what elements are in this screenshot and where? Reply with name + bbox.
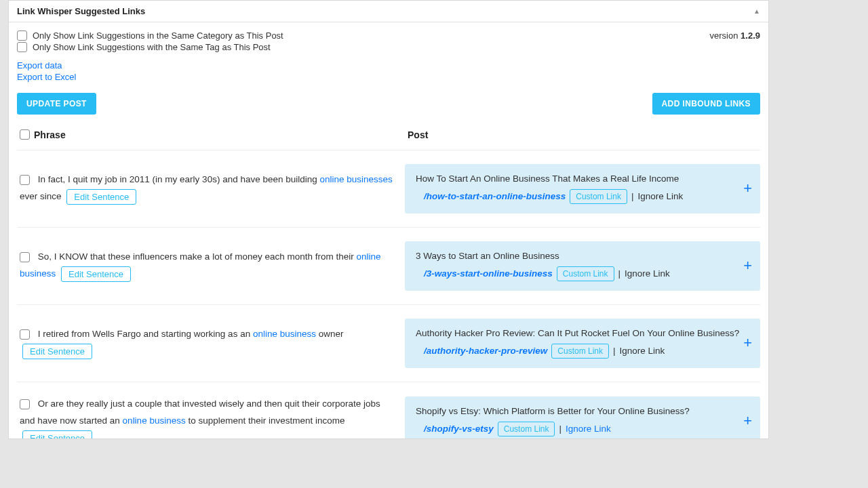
filter-same-tag[interactable]: Only Show Link Suggestions with the Same… [17,42,283,52]
post-slug[interactable]: /shopify-vs-etsy [424,424,494,434]
table-row: I retired from Wells Fargo and starting … [17,305,760,382]
update-post-button[interactable]: UPDATE POST [17,93,96,115]
phrase-text-pre: So, I KNOW that these influencers make a… [38,251,357,262]
collapse-icon[interactable]: ▲ [753,7,760,15]
ignore-link[interactable]: Ignore Link [620,346,665,356]
ignore-link[interactable]: Ignore Link [566,424,611,434]
checkbox-icon[interactable] [17,42,27,52]
slug-row: /shopify-vs-etsyCustom Link|Ignore Link [416,422,749,436]
expand-plus-icon[interactable]: + [743,258,752,273]
post-cell: +Authority Hacker Pro Review: Can It Put… [405,319,760,368]
table-row: So, I KNOW that these influencers make a… [17,228,760,305]
pipe-separator: | [631,191,634,201]
phrase-text-pre: In fact, I quit my job in 2011 (in my ea… [38,174,320,184]
pipe-separator: | [618,268,621,279]
post-cell: +Shopify vs Etsy: Which Platform is Bett… [405,396,760,439]
custom-link-button[interactable]: Custom Link [557,266,614,281]
pipe-separator: | [613,346,616,356]
post-slug[interactable]: /3-ways-start-online-business [424,268,553,279]
checkbox-icon[interactable] [17,30,27,41]
table-row: Or are they really just a couple that in… [17,382,760,439]
table-row: In fact, I quit my job in 2011 (in my ea… [17,150,760,228]
options-row: Only Show Link Suggestions in the Same C… [17,30,760,54]
row-checkbox[interactable] [20,399,30,409]
slug-row: /3-ways-start-online-businessCustom Link… [416,266,749,281]
phrase-text-pre: I retired from Wells Fargo and starting … [38,329,253,339]
col-phrase-header: Phrase [20,129,408,140]
row-checkbox[interactable] [20,329,30,340]
expand-plus-icon[interactable]: + [743,336,752,350]
phrase-highlight: online businesses [320,174,393,184]
panel-body: Only Show Link Suggestions in the Same C… [9,22,768,439]
edit-sentence-button[interactable]: Edit Sentence [22,430,92,439]
panel-header: Link Whisper Suggested Links ▲ [9,1,768,22]
filter-same-category[interactable]: Only Show Link Suggestions in the Same C… [17,30,283,41]
filters: Only Show Link Suggestions in the Same C… [17,30,283,54]
select-all-checkbox[interactable] [20,129,30,140]
filter-same-tag-label: Only Show Link Suggestions with the Same… [33,42,271,52]
edit-sentence-button[interactable]: Edit Sentence [66,189,136,205]
phrase-text-post: owner [316,329,344,339]
edit-sentence-button[interactable]: Edit Sentence [22,344,92,359]
expand-plus-icon[interactable]: + [743,413,752,428]
phrase-cell: Or are they really just a couple that in… [17,396,405,439]
table-body: In fact, I quit my job in 2011 (in my ea… [17,150,760,439]
add-inbound-links-button[interactable]: ADD INBOUND LINKS [652,93,760,115]
post-title: How To Start An Online Business That Mak… [416,174,749,184]
post-cell: +3 Ways to Start an Online Business/3-wa… [405,241,760,291]
phrase-text-post: ever since [20,191,62,201]
col-phrase-label: Phrase [34,129,66,140]
phrase-text-post: to supplement their investment income [186,415,345,426]
phrase-highlight: online business [253,329,316,339]
filter-same-category-label: Only Show Link Suggestions in the Same C… [33,30,283,41]
slug-row: /authority-hacker-pro-reviewCustom Link|… [416,344,749,359]
row-checkbox[interactable] [20,175,30,185]
export-excel-link[interactable]: Export to Excel [17,72,760,83]
ignore-link[interactable]: Ignore Link [637,191,683,201]
version-label: version 1.2.9 [710,30,760,41]
phrase-highlight: online business [123,415,186,426]
table-header: Phrase Post [17,129,760,150]
panel-title: Link Whisper Suggested Links [17,6,145,16]
export-links: Export data Export to Excel [17,60,760,83]
post-title: Shopify vs Etsy: Which Platform is Bette… [416,406,749,416]
row-checkbox[interactable] [20,252,30,262]
edit-sentence-button[interactable]: Edit Sentence [61,266,131,282]
custom-link-button[interactable]: Custom Link [570,189,627,204]
suggestions-table: Phrase Post In fact, I quit my job in 20… [17,129,760,439]
post-title: 3 Ways to Start an Online Business [416,251,749,261]
pipe-separator: | [559,424,561,434]
post-cell: +How To Start An Online Business That Ma… [405,164,760,214]
button-row: UPDATE POST ADD INBOUND LINKS [17,93,760,115]
phrase-cell: So, I KNOW that these influencers make a… [17,249,405,283]
custom-link-button[interactable]: Custom Link [551,344,609,359]
phrase-cell: I retired from Wells Fargo and starting … [17,326,405,360]
post-title: Authority Hacker Pro Review: Can It Put … [416,328,749,338]
col-post-header: Post [408,129,760,140]
export-data-link[interactable]: Export data [17,60,760,72]
post-slug[interactable]: /authority-hacker-pro-review [424,346,547,356]
post-slug[interactable]: /how-to-start-an-online-business [424,191,566,201]
phrase-cell: In fact, I quit my job in 2011 (in my ea… [17,171,405,205]
slug-row: /how-to-start-an-online-businessCustom L… [416,189,749,204]
ignore-link[interactable]: Ignore Link [625,268,670,279]
custom-link-button[interactable]: Custom Link [498,422,555,436]
link-whisper-panel: Link Whisper Suggested Links ▲ Only Show… [8,0,769,439]
expand-plus-icon[interactable]: + [743,181,752,196]
